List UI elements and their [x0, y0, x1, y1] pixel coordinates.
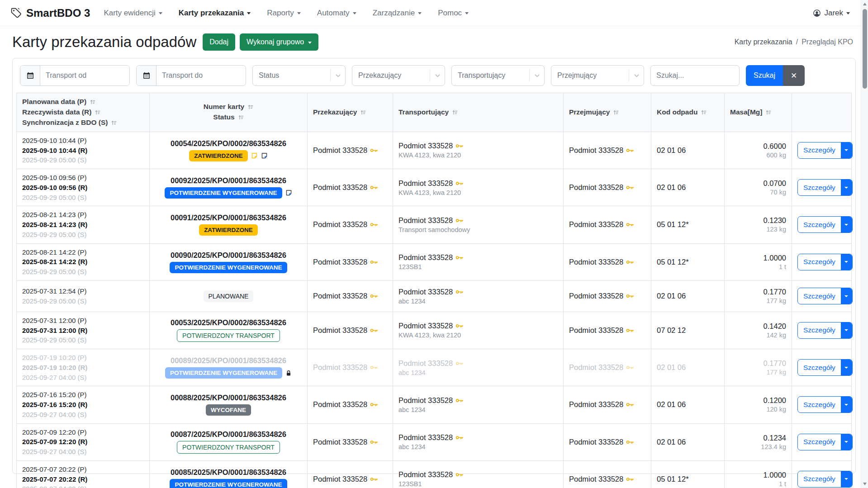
cell-number-status: 00087/2025/KPO/0001/863534826 POTWIERDZO…	[150, 423, 308, 460]
details-dropdown-toggle[interactable]	[841, 180, 852, 195]
filter-bar: Status Przekazujący Transportujący Przej…	[16, 65, 852, 86]
clear-search-button[interactable]: ✕	[783, 65, 805, 86]
group-actions-button[interactable]: Wykonaj grupowo	[240, 33, 318, 51]
nav-item-karty-ewidencji[interactable]: Karty ewidencji	[104, 9, 162, 18]
user-menu[interactable]: Jarek	[813, 9, 850, 18]
nav-item-karty-przekazania[interactable]: Karty przekazania	[179, 9, 251, 18]
filter-select-transportujacy[interactable]: Transportujący	[451, 65, 545, 86]
breadcrumb: Karty przekazania / Przeglądaj KPO	[735, 38, 853, 46]
cell-przejmujacy: Podmiot 333528	[564, 349, 651, 386]
breadcrumb-separator: /	[796, 38, 798, 46]
details-dropdown-toggle[interactable]	[841, 360, 852, 375]
status-badge: POTWIERDZENIE WYGENEROWANE	[165, 187, 282, 199]
cell-transportujacy: Podmiot 333528 KWA 4123, kwa 2120	[393, 312, 564, 349]
nav-item-raporty[interactable]: Raporty	[267, 9, 301, 18]
key-icon	[455, 255, 464, 260]
sort-icon[interactable]	[247, 104, 253, 110]
key-icon	[626, 477, 634, 482]
details-button[interactable]: Szczegóły	[797, 471, 853, 488]
cell-number-status: 00085/2025/KPO/0001/863534826 POTWIERDZE…	[150, 460, 308, 488]
details-label: Szczegóły	[798, 180, 841, 195]
brand[interactable]: SmartBDO 3	[10, 7, 90, 19]
details-button[interactable]: Szczegóły	[797, 254, 853, 270]
nav-item-pomoc[interactable]: Pomoc	[438, 9, 469, 18]
table-row: 2025-08-21 14:23 (P) 2025-08-21 14:23 (R…	[17, 206, 852, 243]
table-row: 2025-07-19 10:20 (P) 2025-07-19 10:20 (R…	[17, 349, 852, 386]
entity-name: Podmiot 333528	[398, 322, 558, 330]
sort-icon[interactable]	[238, 114, 244, 120]
nav-item-zarzadzanie[interactable]: Zarządzanie	[373, 9, 422, 18]
details-dropdown-toggle[interactable]	[841, 471, 852, 487]
details-button[interactable]: Szczegóły	[797, 322, 853, 339]
status-badge: POTWIERDZENIE WYGENEROWANE	[165, 367, 282, 379]
mass-mg: 0.1770	[730, 359, 786, 368]
card-number: 00053/2025/KPO/0002/863534826	[155, 318, 302, 327]
mass-readable: 177 kg	[730, 369, 786, 376]
sort-icon[interactable]	[95, 109, 100, 115]
key-icon	[370, 260, 378, 265]
table-row: 2025-08-21 14:22 (P) 2025-08-21 14:22 (R…	[17, 243, 852, 280]
table-row: 2025-09-10 09:56 (P) 2025-09-10 09:56 (R…	[17, 169, 852, 206]
nav-item-automaty[interactable]: Automaty	[317, 9, 356, 18]
cell-masa: 1.0000 1 t	[725, 243, 792, 280]
scrollbar-thumb[interactable]	[863, 9, 867, 89]
table-row: 2025-07-09 12:20 (P) 2025-07-09 12:20 (R…	[17, 423, 852, 460]
details-button[interactable]: Szczegóły	[797, 288, 853, 304]
chevron-down-icon	[418, 12, 422, 14]
filter-select-przejmujacy[interactable]: Przejmujący	[551, 65, 644, 86]
breadcrumb-parent[interactable]: Karty przekazania	[735, 38, 792, 46]
scrollbar[interactable]	[861, 0, 868, 488]
transport-from-input[interactable]	[40, 66, 129, 85]
cell-transportujacy: Podmiot 333528 123SB1	[393, 243, 564, 280]
entity-name: Podmiot 333528	[313, 258, 387, 266]
sort-icon[interactable]	[111, 120, 117, 126]
search-button[interactable]: Szukaj	[746, 65, 783, 86]
calendar-icon[interactable]	[137, 66, 157, 85]
entity-name: Podmiot 333528	[313, 363, 387, 372]
sort-icon[interactable]	[613, 109, 619, 115]
entity-name: Podmiot 333528	[313, 400, 387, 409]
cell-number-status: 00088/2025/KPO/0001/863534826 WYCOFANE	[150, 386, 308, 423]
details-dropdown-toggle[interactable]	[841, 217, 852, 232]
details-button[interactable]: Szczegóły	[797, 434, 853, 450]
nav-item-label: Automaty	[317, 9, 350, 18]
scroll-down-arrow-icon[interactable]	[863, 483, 867, 485]
details-dropdown-toggle[interactable]	[841, 254, 852, 270]
details-button[interactable]: Szczegóły	[797, 179, 853, 196]
transport-to-input[interactable]	[157, 66, 246, 85]
details-dropdown-toggle[interactable]	[841, 288, 852, 304]
scroll-up-arrow-icon[interactable]	[863, 3, 867, 5]
filter-select-status[interactable]: Status	[252, 65, 346, 86]
sort-icon[interactable]	[765, 109, 771, 115]
calendar-icon[interactable]	[20, 66, 40, 85]
sort-icon[interactable]	[90, 99, 95, 105]
add-button[interactable]: Dodaj	[203, 33, 235, 51]
cell-przejmujacy: Podmiot 333528	[564, 206, 651, 243]
details-dropdown-toggle[interactable]	[841, 322, 852, 338]
details-button[interactable]: Szczegóły	[797, 359, 853, 376]
details-dropdown-toggle[interactable]	[841, 142, 852, 158]
note-yellow-icon[interactable]	[251, 152, 258, 159]
cell-transportujacy: Podmiot 333528 Transport samochodowy	[393, 206, 564, 243]
table-row: 2025-07-16 15:20 (P) 2025-07-16 15:20 (R…	[17, 386, 852, 423]
filter-select-przekazujacy[interactable]: Przekazujący	[352, 65, 445, 86]
sort-icon[interactable]	[452, 109, 458, 115]
details-button[interactable]: Szczegóły	[797, 142, 853, 159]
key-icon	[626, 294, 634, 298]
note-dark-icon[interactable]	[285, 190, 292, 196]
sort-icon[interactable]	[360, 109, 366, 115]
details-button[interactable]: Szczegóły	[797, 396, 853, 413]
details-dropdown-toggle[interactable]	[841, 434, 852, 450]
card-number: 00088/2025/KPO/0001/863534826	[155, 393, 302, 402]
filter-transport-from	[20, 65, 130, 86]
cell-actions: Szczegóły	[792, 280, 852, 312]
details-button[interactable]: Szczegóły	[797, 216, 853, 233]
sort-icon[interactable]	[701, 109, 707, 115]
details-dropdown-toggle[interactable]	[841, 397, 852, 412]
note-dark-icon[interactable]	[261, 152, 268, 159]
entity-name: Podmiot 333528	[569, 146, 645, 155]
search-input[interactable]	[650, 65, 740, 86]
actual-date: 2025-07-19 10:20 (R)	[22, 363, 144, 373]
cell-masa: 0.1420 142 kg	[725, 312, 792, 349]
waste-code: 07 02 12	[657, 326, 686, 334]
